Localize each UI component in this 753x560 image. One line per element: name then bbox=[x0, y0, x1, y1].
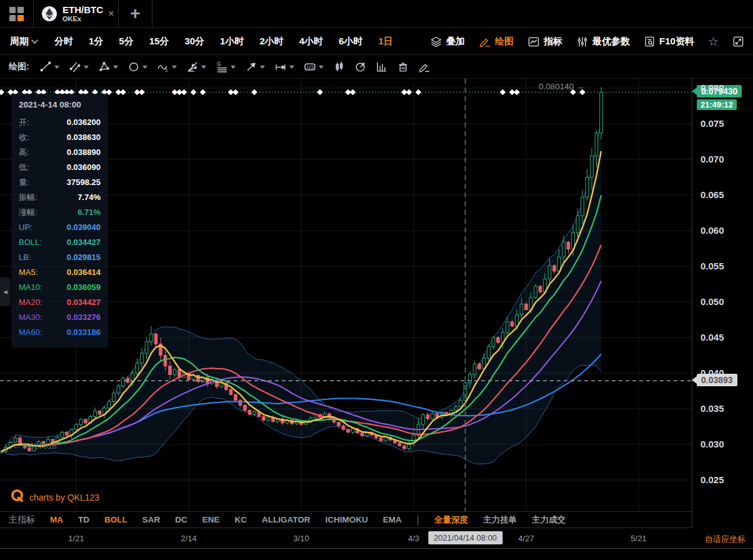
caret-down-icon[interactable] bbox=[172, 66, 177, 69]
period-4小时[interactable]: 4小时 bbox=[299, 36, 323, 48]
add-tab-button[interactable]: + bbox=[119, 0, 152, 28]
period-分时[interactable]: 分时 bbox=[54, 36, 73, 48]
f10-info-button[interactable]: F10资料 bbox=[644, 36, 694, 48]
layers-icon bbox=[430, 36, 442, 48]
caret-down-icon[interactable] bbox=[201, 66, 206, 69]
main-indicator-label: 主指标 bbox=[9, 514, 35, 526]
caret-down-icon[interactable] bbox=[319, 66, 324, 69]
tool-pie-stat-button[interactable] bbox=[353, 60, 368, 74]
exchange-name: OKEx bbox=[62, 15, 103, 22]
tooltip-rows: 开:0.036200收:0.038630高:0.038890低:0.036090… bbox=[19, 115, 101, 340]
tool-parallel-lines-button[interactable] bbox=[67, 60, 91, 74]
period-6小时[interactable]: 6小时 bbox=[339, 36, 362, 48]
tool-measure-button[interactable] bbox=[273, 60, 296, 74]
tool-trend-line-button[interactable] bbox=[38, 60, 61, 74]
draw-mode-button[interactable]: 绘图 bbox=[479, 36, 514, 48]
time-axis-label: 2/14 bbox=[181, 534, 196, 543]
close-tab-icon[interactable]: × bbox=[108, 8, 114, 20]
tool-bar-stat-button[interactable] bbox=[374, 60, 389, 74]
price-axis-label: 0.080 bbox=[701, 82, 724, 93]
price-axis-label: 0.035 bbox=[701, 403, 724, 414]
optimal-params-button[interactable]: 最优参数 bbox=[576, 36, 630, 48]
depth-主力成交[interactable]: 主力成交 bbox=[532, 514, 566, 526]
tooltip-row: MA10:0.036059 bbox=[19, 280, 101, 295]
tooltip-row: 低:0.036090 bbox=[19, 160, 101, 175]
tool-ellipse-button[interactable] bbox=[126, 60, 149, 74]
caret-down-icon[interactable] bbox=[231, 66, 236, 69]
depth-全量深度[interactable]: 全量深度 bbox=[434, 514, 468, 526]
candle-pattern-icon bbox=[334, 61, 345, 72]
caret-down-icon[interactable] bbox=[142, 66, 147, 69]
caret-down-icon[interactable] bbox=[289, 66, 294, 69]
arrow-icon bbox=[246, 61, 257, 72]
caret-down-icon[interactable] bbox=[260, 66, 265, 69]
document-search-icon bbox=[644, 36, 656, 48]
indicator-BOLL[interactable]: BOLL bbox=[104, 515, 127, 524]
caret-down-icon[interactable] bbox=[113, 66, 118, 69]
period-1小时[interactable]: 1小时 bbox=[220, 36, 244, 48]
tooltip-row: MA30:0.033276 bbox=[19, 310, 101, 325]
caret-down-icon[interactable] bbox=[54, 66, 59, 69]
autoscale-toggle[interactable]: 自适应坐标 bbox=[705, 534, 746, 545]
period-30分[interactable]: 30分 bbox=[184, 36, 204, 48]
period-menu-button[interactable]: 周期 bbox=[10, 36, 38, 48]
tool-annotation-123-button[interactable]: 123 bbox=[302, 60, 326, 74]
indicator-SAR[interactable]: SAR bbox=[142, 515, 161, 524]
f10-info-label: F10资料 bbox=[659, 36, 694, 48]
tool-wave-button[interactable]: 3 bbox=[156, 60, 179, 74]
indicator-TD[interactable]: TD bbox=[78, 515, 89, 524]
tool-draw-pen-button[interactable] bbox=[417, 60, 432, 74]
overlay-button[interactable]: 叠加 bbox=[430, 36, 465, 48]
tool-candle-pattern-button[interactable] bbox=[332, 60, 347, 74]
trend-line-icon bbox=[40, 61, 51, 72]
eth-logo-icon bbox=[41, 6, 57, 22]
indicator-KC[interactable]: KC bbox=[235, 515, 247, 524]
tooltip-datetime: 2021-4-14 08:00 bbox=[19, 100, 101, 109]
chart-pane: 0.080140 →← 0.027018 0.079430 21:49:12 0… bbox=[0, 79, 753, 528]
price-axis-label: 0.025 bbox=[701, 474, 724, 485]
fullscreen-icon[interactable] bbox=[732, 36, 744, 48]
indicator-ICHIMOKU[interactable]: ICHIMOKU bbox=[326, 515, 368, 524]
period-menu-label: 周期 bbox=[10, 36, 29, 48]
price-axis-label: 0.060 bbox=[701, 225, 724, 236]
tooltip-row: 量:37598.25 bbox=[19, 175, 101, 190]
indicator-MA[interactable]: MA bbox=[50, 515, 63, 524]
period-1分[interactable]: 1分 bbox=[89, 36, 103, 48]
indicator-DC[interactable]: DC bbox=[175, 515, 187, 524]
pen-icon bbox=[479, 36, 491, 48]
parallel-lines-icon bbox=[69, 61, 81, 72]
workspace-grid-button[interactable] bbox=[0, 0, 34, 28]
caret-down-icon[interactable] bbox=[84, 66, 89, 69]
optimal-params-label: 最优参数 bbox=[592, 36, 630, 48]
svg-text:G: G bbox=[217, 61, 221, 67]
price-axis-label: 0.065 bbox=[701, 189, 724, 200]
depth-主力挂单[interactable]: 主力挂单 bbox=[483, 514, 517, 526]
tool-delete-drawings-button[interactable] bbox=[396, 60, 411, 74]
price-axis[interactable]: 0.079430 21:49:12 0.03893 0.0800.0750.07… bbox=[692, 79, 753, 511]
indicator-ENE[interactable]: ENE bbox=[202, 515, 220, 524]
tool-gann-lines-button[interactable]: G bbox=[214, 60, 237, 74]
period-2小时[interactable]: 2小时 bbox=[259, 36, 283, 48]
tool-arrow-button[interactable] bbox=[244, 60, 267, 74]
price-axis-label: 0.030 bbox=[701, 439, 724, 449]
period-15分[interactable]: 15分 bbox=[149, 36, 169, 48]
indicator-button[interactable]: 指标 bbox=[527, 36, 562, 48]
overlay-label: 叠加 bbox=[446, 36, 465, 48]
wave-icon: 3 bbox=[157, 61, 169, 72]
symbol-tab[interactable]: ETH/BTC OKEx × bbox=[34, 0, 119, 28]
draw-mode-label: 绘图 bbox=[495, 36, 514, 48]
countdown-time-tag: 21:49:12 bbox=[697, 99, 737, 110]
polygon-icon bbox=[99, 61, 110, 72]
toolbar-right-group: 叠加 绘图 指标 最优参数 bbox=[430, 28, 744, 55]
period-5分[interactable]: 5分 bbox=[119, 36, 133, 48]
tool-polygon-button[interactable] bbox=[97, 60, 120, 74]
period-1日[interactable]: 1日 bbox=[378, 36, 392, 48]
indicator-divider: | bbox=[417, 514, 419, 526]
time-axis[interactable]: 2021/04/14 08:00 自适应坐标 1/212/143/104/34/… bbox=[0, 528, 753, 549]
indicator-ALLIGATOR[interactable]: ALLIGATOR bbox=[262, 515, 311, 524]
tooltip-row: MA60:0.033186 bbox=[19, 325, 101, 340]
indicator-EMA[interactable]: EMA bbox=[383, 515, 402, 524]
collapse-panel-arrow[interactable]: ◀ bbox=[0, 278, 11, 306]
favorite-star-icon[interactable]: ☆ bbox=[708, 34, 719, 49]
tool-gann-fan-button[interactable] bbox=[185, 60, 208, 74]
